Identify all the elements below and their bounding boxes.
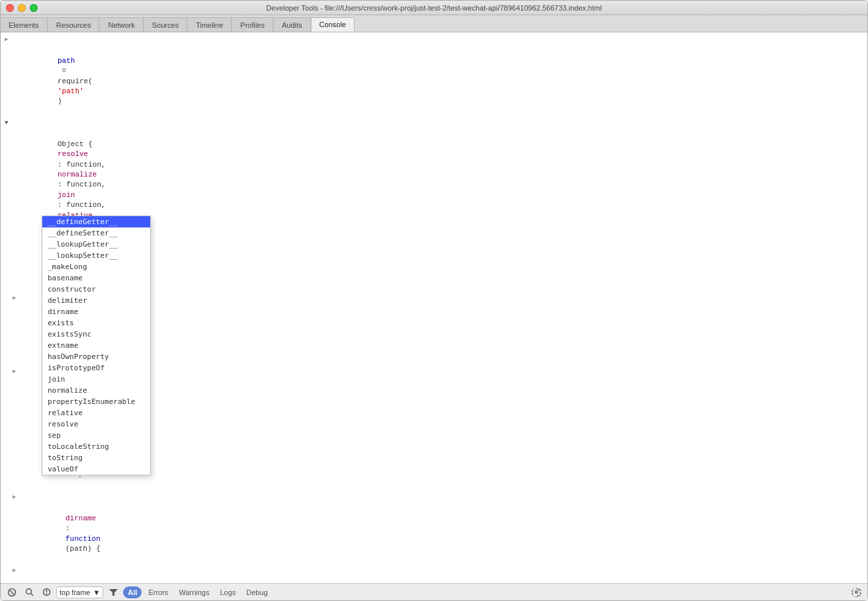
console-panel: ▶ path = require( 'path' ) ▼ Object { re… (1, 32, 867, 600)
autocomplete-item[interactable]: resolve (42, 419, 150, 430)
autocomplete-item[interactable]: propertyIsEnumerable (42, 396, 150, 407)
autocomplete-item[interactable]: exists (42, 317, 150, 329)
arrow-1[interactable]: ▶ (5, 36, 8, 44)
autocomplete-item[interactable]: existsSync (42, 329, 150, 340)
autocomplete-item[interactable]: __lookupGetter__ (42, 239, 150, 250)
clear-console-button[interactable] (5, 586, 19, 598)
search-button[interactable] (22, 586, 36, 598)
devtools-window: Developer Tools - file:///Users/cress/wo… (0, 0, 868, 601)
tab-resources[interactable]: Resources (48, 17, 100, 32)
traffic-lights (6, 4, 38, 12)
autocomplete-item[interactable]: __lookupSetter__ (42, 250, 150, 261)
filter-errors[interactable]: Errors (144, 586, 172, 598)
filter-logs[interactable]: Logs (216, 586, 239, 598)
minimize-button[interactable] (18, 4, 26, 12)
arrow-2[interactable]: ▼ (5, 119, 8, 128)
tab-timeline[interactable]: Timeline (187, 17, 232, 32)
svg-point-6 (46, 593, 47, 594)
autocomplete-item[interactable]: __defineGetter__ (42, 216, 150, 227)
autocomplete-item[interactable]: constructor (42, 284, 150, 295)
svg-marker-7 (109, 589, 118, 596)
console-line-6: ▶ dirname : function (path) { (1, 493, 867, 566)
autocomplete-item[interactable]: sep (42, 430, 150, 441)
tabbar: Elements Resources Network Sources Timel… (1, 15, 867, 32)
filter-all[interactable]: All (123, 586, 142, 598)
arrow-3[interactable]: ▶ (13, 294, 16, 303)
frame-label: top frame (60, 588, 90, 596)
arrow-6[interactable]: ▶ (13, 493, 16, 502)
filter-warnings[interactable]: Warnings (175, 586, 213, 598)
tab-console[interactable]: Console (311, 17, 355, 32)
settings-button[interactable] (849, 586, 863, 598)
preserve-log-button[interactable] (39, 586, 54, 598)
autocomplete-dropdown[interactable]: __defineGetter____defineSetter____lookup… (42, 216, 151, 475)
autocomplete-item[interactable]: extname (42, 340, 150, 351)
console-line-1: ▶ path = require( 'path' ) (1, 35, 867, 118)
autocomplete-item[interactable]: _makeLong (42, 261, 150, 272)
autocomplete-item[interactable]: hasOwnProperty (42, 351, 150, 362)
filter-button[interactable] (106, 586, 120, 598)
frame-selector[interactable]: top frame ▼ (56, 586, 103, 598)
filter-debug[interactable]: Debug (242, 586, 271, 598)
arrow-7[interactable]: ▶ (13, 567, 16, 575)
autocomplete-item[interactable]: relative (42, 407, 150, 419)
titlebar: Developer Tools - file:///Users/cress/wo… (1, 1, 867, 15)
arrow-4[interactable]: ▶ (13, 368, 16, 376)
svg-line-3 (30, 594, 33, 596)
svg-line-1 (10, 590, 14, 594)
autocomplete-item[interactable]: isPrototypeOf (42, 362, 150, 374)
console-line-7: ▶ exists : function deprecated() { (1, 566, 867, 583)
autocomplete-item[interactable]: delimiter (42, 295, 150, 306)
frame-dropdown-arrow: ▼ (93, 588, 100, 596)
bottom-toolbar: top frame ▼ All Errors Warnings (1, 583, 867, 600)
autocomplete-item[interactable]: toString (42, 452, 150, 463)
autocomplete-item[interactable]: basename (42, 272, 150, 284)
close-button[interactable] (6, 4, 14, 12)
main-content: ▶ path = require( 'path' ) ▼ Object { re… (1, 32, 867, 600)
autocomplete-item[interactable]: normalize (42, 385, 150, 396)
window-title: Developer Tools - file:///Users/cress/wo… (266, 4, 601, 12)
autocomplete-item[interactable]: toLocaleString (42, 441, 150, 452)
tab-audits[interactable]: Audits (273, 17, 311, 32)
autocomplete-item[interactable]: valueOf (42, 463, 150, 475)
autocomplete-item[interactable]: dirname (42, 306, 150, 317)
autocomplete-item[interactable]: join (42, 374, 150, 385)
maximize-button[interactable] (30, 4, 38, 12)
autocomplete-item[interactable]: __defineSetter__ (42, 227, 150, 239)
svg-point-2 (26, 589, 31, 594)
tab-sources[interactable]: Sources (144, 17, 187, 32)
tab-network[interactable]: Network (99, 17, 143, 32)
tab-profiles[interactable]: Profiles (232, 17, 273, 32)
tab-elements[interactable]: Elements (1, 17, 48, 32)
